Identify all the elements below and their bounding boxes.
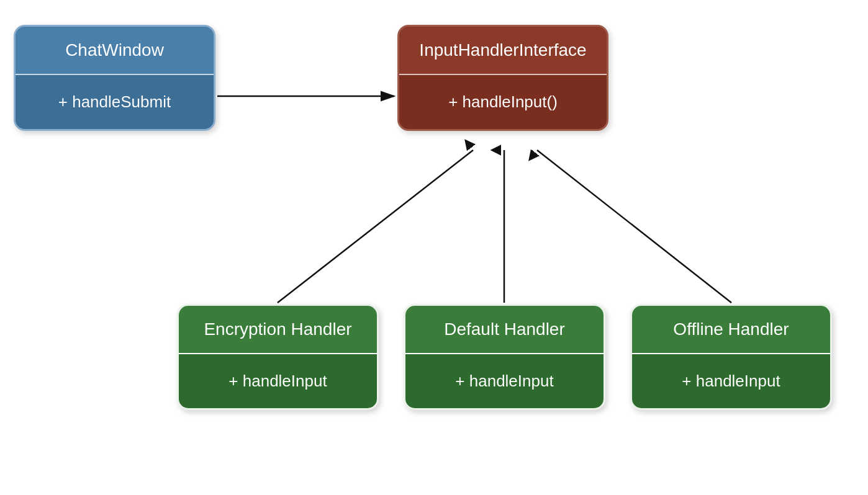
arrow-offline-to-interface xyxy=(537,150,731,303)
interface-header: InputHandlerInterface xyxy=(399,27,607,74)
diagram-container: ChatWindow + handleSubmit InputHandlerIn… xyxy=(0,0,868,495)
box-default: Default Handler + handleInput xyxy=(404,304,605,410)
interface-method: + handleInput() xyxy=(399,75,607,129)
box-encryption: Encryption Handler + handleInput xyxy=(177,304,379,410)
encryption-header: Encryption Handler xyxy=(179,306,377,353)
box-interface: InputHandlerInterface + handleInput() xyxy=(397,25,608,131)
default-method: + handleInput xyxy=(405,354,604,408)
offline-header: Offline Handler xyxy=(632,306,830,353)
default-header: Default Handler xyxy=(405,306,604,353)
chatwindow-method: + handleSubmit xyxy=(16,75,214,129)
arrow-encryption-to-interface xyxy=(278,150,473,303)
chatwindow-header: ChatWindow xyxy=(16,27,214,74)
encryption-method: + handleInput xyxy=(179,354,377,408)
offline-method: + handleInput xyxy=(632,354,830,408)
box-offline: Offline Handler + handleInput xyxy=(630,304,832,410)
box-chatwindow: ChatWindow + handleSubmit xyxy=(14,25,215,131)
